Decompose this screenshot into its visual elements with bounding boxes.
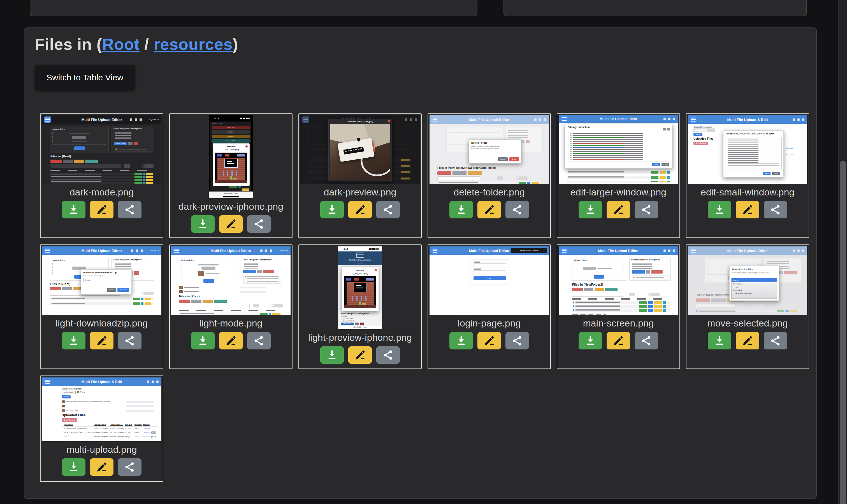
- home-indicator: [223, 196, 239, 197]
- download-button[interactable]: [579, 332, 602, 349]
- download-arrow-icon: [456, 335, 467, 346]
- breadcrumb-resources-link[interactable]: resources: [154, 35, 232, 53]
- pencil-icon: [483, 335, 495, 346]
- mini-code-area: [568, 132, 669, 162]
- share-button[interactable]: [506, 201, 529, 218]
- download-arrow-icon: [68, 204, 79, 215]
- share-button[interactable]: [247, 215, 271, 233]
- edit-button[interactable]: [348, 201, 372, 218]
- pencil-icon: [354, 349, 366, 361]
- download-button[interactable]: [708, 332, 731, 349]
- edit-button[interactable]: [219, 215, 243, 233]
- download-button[interactable]: [708, 201, 731, 218]
- mini-editor-modal: Editing: index.html Save Close: [565, 124, 672, 168]
- mini-delete-selected: Delete Selected: [61, 418, 77, 422]
- thumbnail-art-dark-preview-iphone: 3:16 Files in (Root) Delete Files Copy F…: [209, 115, 253, 198]
- thumbnail-art-multi-upload: Multi File Upload & Edit Choose files to…: [42, 377, 161, 441]
- download-button[interactable]: [320, 346, 344, 364]
- top-partial-panel-left: [30, 0, 477, 16]
- edit-button[interactable]: [477, 332, 501, 349]
- file-thumbnail[interactable]: Multi File Upload & Edit Choose files to…: [42, 377, 161, 441]
- edit-button[interactable]: [219, 332, 243, 349]
- download-button[interactable]: [449, 201, 473, 218]
- file-actions: [579, 201, 658, 218]
- file-name: main-screen.png: [583, 318, 654, 329]
- file-thumbnail[interactable]: Multi File Upload Editor Preview: IMG_01…: [300, 115, 420, 184]
- download-button[interactable]: [62, 458, 86, 476]
- file-actions: [320, 201, 400, 218]
- share-button[interactable]: [635, 201, 658, 218]
- share-button[interactable]: [506, 332, 529, 349]
- download-button[interactable]: [320, 201, 344, 218]
- file-thumbnail[interactable]: Multi File Upload Editor Please log in t…: [429, 247, 549, 315]
- file-thumbnail[interactable]: 3:18 Multi File Upload Editor Dark Mode …: [338, 247, 382, 329]
- download-button[interactable]: [579, 201, 602, 218]
- edit-button[interactable]: [90, 458, 113, 476]
- edit-button[interactable]: [348, 346, 372, 364]
- share-button[interactable]: [376, 346, 400, 364]
- file-thumbnail[interactable]: 3:16 Files in (Root) Delete Files Copy F…: [209, 115, 253, 198]
- mini-upload-queue: [179, 286, 237, 293]
- share-nodes-icon: [641, 204, 652, 215]
- share-button[interactable]: [118, 332, 141, 349]
- mini-move-dialog: Move Selected Files Select a target fold…: [729, 266, 779, 301]
- share-button[interactable]: [247, 332, 271, 349]
- edit-button[interactable]: [606, 332, 630, 349]
- file-thumbnail[interactable]: Multi File Upload Editor Light Mode Uplo…: [42, 115, 161, 184]
- mini-delete-button: Delete: [509, 157, 519, 161]
- download-button[interactable]: [191, 332, 215, 349]
- download-arrow-icon: [197, 218, 209, 230]
- file-actions: [449, 201, 529, 218]
- file-thumbnail[interactable]: Multi File Upload Editor Delete Folder A…: [429, 115, 549, 184]
- file-thumbnail[interactable]: Multi File Upload Editor Dark Mode Uploa…: [171, 247, 290, 315]
- share-nodes-icon: [124, 462, 135, 473]
- file-card: Multi File Upload & Edit Choose files to…: [40, 376, 163, 482]
- share-button[interactable]: [118, 458, 141, 476]
- mini-delete-selected: Delete Selected: [693, 142, 708, 145]
- edit-button[interactable]: [736, 201, 759, 218]
- switch-to-table-view-button[interactable]: Switch to Table View: [35, 65, 135, 90]
- file-thumbnail[interactable]: Multi File Upload Editor Upload Files Fo…: [559, 247, 678, 315]
- mini-search-bar: [179, 304, 250, 308]
- file-name: light-preview-iphone.png: [308, 332, 412, 343]
- thumbnail-art-light-mode: Multi File Upload Editor Dark Mode Uploa…: [171, 247, 290, 315]
- mini-files-heading: Files in (Root): [50, 155, 71, 158]
- mini-search-bar: [572, 293, 623, 296]
- edit-button[interactable]: [90, 201, 113, 218]
- download-button[interactable]: [191, 215, 215, 233]
- edit-button[interactable]: [606, 201, 630, 218]
- download-arrow-icon: [714, 335, 725, 346]
- share-button[interactable]: [635, 332, 658, 349]
- mini-preview-modal: Preview: IMG_0194.jpeg: [329, 119, 392, 181]
- edit-button[interactable]: [90, 332, 113, 349]
- mini-pager: [124, 164, 154, 168]
- share-button[interactable]: [764, 332, 787, 349]
- share-button[interactable]: [764, 201, 787, 218]
- file-actions: [191, 332, 271, 349]
- download-button[interactable]: [62, 201, 86, 218]
- file-card: Multi File Upload Editor Please log in t…: [427, 245, 551, 369]
- breadcrumb-root-link[interactable]: Root: [102, 35, 140, 53]
- mini-folder-panel: Folder Navigation & Management: [629, 257, 671, 281]
- share-nodes-icon: [383, 349, 394, 361]
- mini-table-rows: [572, 301, 670, 312]
- download-button[interactable]: [449, 332, 473, 349]
- page-title: Files in (Root / resources): [35, 35, 816, 53]
- mini-close-button: Close: [772, 172, 780, 175]
- download-button[interactable]: [62, 332, 86, 349]
- file-thumbnail[interactable]: Multi File Upload Editor Files in (NewFo…: [688, 247, 807, 315]
- file-card: 3:18 Multi File Upload Editor Dark Mode …: [298, 245, 422, 369]
- share-button[interactable]: [118, 201, 141, 218]
- file-card: Multi File Upload Editor Light Mode Uplo…: [40, 113, 163, 238]
- file-thumbnail[interactable]: Multi File Upload & Edit Choose files to…: [688, 115, 807, 184]
- mini-header: Multi File Upload Editor: [559, 115, 678, 123]
- page-scrollbar-thumb[interactable]: [840, 161, 846, 504]
- share-button[interactable]: [376, 201, 400, 218]
- file-thumbnail[interactable]: Multi File Upload Editor Editing: index.…: [559, 115, 678, 184]
- file-card: Multi File Upload Editor Dark Mode Uploa…: [169, 245, 293, 369]
- mini-pager: [629, 293, 659, 296]
- mini-action-chips: [179, 300, 235, 303]
- file-thumbnail[interactable]: Multi File Upload Editor Dark Mode Uploa…: [42, 247, 161, 315]
- edit-button[interactable]: [477, 201, 501, 218]
- edit-button[interactable]: [736, 332, 759, 349]
